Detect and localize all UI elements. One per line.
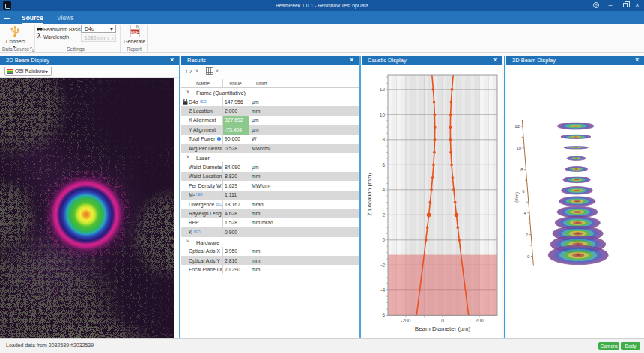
svg-text:(mm): (mm) — [514, 192, 519, 203]
svg-text:-200: -200 — [401, 318, 410, 323]
svg-text:10: 10 — [517, 146, 522, 150]
svg-text:0: 0 — [527, 254, 530, 259]
svg-text:Beam Diameter (µm): Beam Diameter (µm) — [415, 325, 471, 332]
svg-text:6: 6 — [522, 189, 525, 194]
svg-text:200: 200 — [476, 318, 484, 323]
svg-text:-4: -4 — [380, 287, 385, 292]
svg-text:6: 6 — [382, 162, 385, 168]
svg-text:PDF: PDF — [131, 30, 139, 34]
svg-text:-6: -6 — [380, 313, 385, 318]
svg-text:4: 4 — [382, 187, 385, 192]
svg-text:4: 4 — [524, 211, 527, 215]
svg-text:0: 0 — [441, 318, 444, 323]
svg-text:8: 8 — [520, 168, 523, 172]
svg-text:2: 2 — [526, 233, 529, 237]
svg-text:Z Location (mm): Z Location (mm) — [366, 173, 373, 217]
svg-text:12: 12 — [380, 87, 386, 92]
svg-text:12: 12 — [514, 124, 520, 129]
svg-text:0: 0 — [382, 237, 385, 242]
svg-text:8: 8 — [382, 137, 385, 142]
svg-text:2: 2 — [382, 212, 385, 218]
svg-text:-2: -2 — [380, 263, 385, 268]
svg-text:10: 10 — [380, 112, 386, 117]
